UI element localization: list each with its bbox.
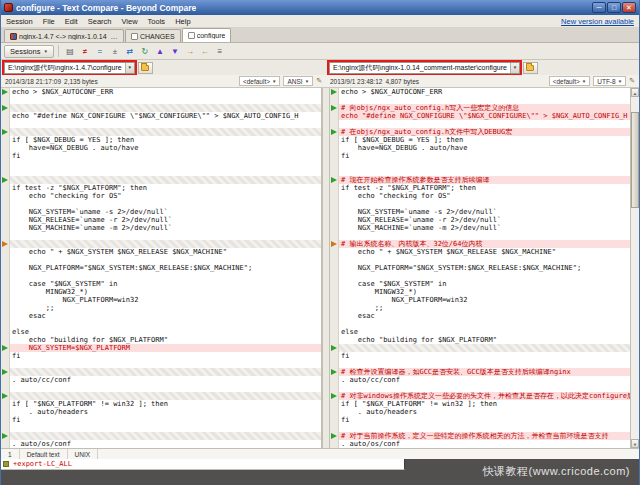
code-line[interactable]: else bbox=[339, 328, 630, 336]
next-difference-icon[interactable]: ▼ bbox=[168, 45, 182, 58]
code-line[interactable] bbox=[339, 256, 630, 264]
code-line[interactable]: NGX_MACHINE=`uname -m 2>/dev/null` bbox=[339, 224, 630, 232]
diff-section-marker[interactable] bbox=[2, 345, 8, 351]
code-line[interactable]: echo "building for $NGX_PLATFORM" bbox=[10, 336, 321, 344]
menu-file[interactable]: File bbox=[38, 17, 60, 26]
code-line[interactable]: have=NGX_DEBUG . auto/have bbox=[339, 144, 630, 152]
code-line[interactable] bbox=[10, 104, 321, 112]
right-format-dropdown[interactable]: <default> ▼ bbox=[549, 76, 591, 86]
code-line[interactable] bbox=[339, 344, 630, 352]
show-context-icon[interactable]: ± bbox=[108, 45, 122, 58]
left-code-editor[interactable]: echo > $NGX_AUTOCONF_ERRecho "#define NG… bbox=[10, 88, 321, 448]
code-line[interactable]: . auto/headers bbox=[10, 408, 321, 416]
code-line[interactable] bbox=[10, 320, 321, 328]
code-line[interactable]: esac bbox=[339, 312, 630, 320]
diff-section-marker[interactable] bbox=[2, 241, 8, 247]
diff-section-marker[interactable] bbox=[331, 89, 337, 95]
code-line[interactable] bbox=[10, 168, 321, 176]
menu-tools[interactable]: Tools bbox=[143, 17, 171, 26]
code-line[interactable] bbox=[339, 424, 630, 432]
code-line[interactable]: MINGW32_*) bbox=[339, 288, 630, 296]
code-line[interactable]: # 输出系统名称、内核版本、32位/64位内核 bbox=[339, 240, 630, 248]
code-line[interactable] bbox=[10, 240, 321, 248]
code-line[interactable]: if test -z "$NGX_PLATFORM"; then bbox=[339, 184, 630, 192]
scrollbar-thumb[interactable] bbox=[631, 112, 639, 208]
code-line[interactable] bbox=[339, 232, 630, 240]
code-line[interactable]: if [ "$NGX_PLATFORM" != win32 ]; then bbox=[10, 400, 321, 408]
code-line[interactable]: ;; bbox=[339, 304, 630, 312]
code-line[interactable] bbox=[339, 160, 630, 168]
tab-changes[interactable]: CHANGES bbox=[125, 29, 181, 42]
left-encoding-dropdown[interactable]: ANSI ▼ bbox=[283, 76, 313, 86]
code-line[interactable] bbox=[10, 120, 321, 128]
code-line[interactable] bbox=[339, 120, 630, 128]
code-line[interactable] bbox=[10, 424, 321, 432]
code-line[interactable]: # 检查并设置编译器，如GCC是否安装、GCC版本是否支持后续编译nginx bbox=[339, 368, 630, 376]
right-encoding-dropdown[interactable]: UTF-8 ▼ bbox=[593, 76, 626, 86]
code-line[interactable]: fi bbox=[10, 352, 321, 360]
view-all-icon[interactable]: ▤ bbox=[63, 45, 77, 58]
code-line[interactable]: . auto/headers bbox=[339, 408, 630, 416]
code-line[interactable]: . auto/os/conf bbox=[339, 440, 630, 448]
code-line[interactable]: ;; bbox=[10, 304, 321, 312]
diff-section-marker[interactable] bbox=[331, 105, 337, 111]
left-path-combobox[interactable]: E:\nginx源代码\nginx-1.4.7\configure ▼ bbox=[4, 62, 135, 74]
code-line[interactable]: # 在objs/ngx_auto_config.h文件中写入DEBUG宏 bbox=[339, 128, 630, 136]
code-line[interactable] bbox=[10, 432, 321, 440]
code-line[interactable] bbox=[10, 176, 321, 184]
refresh-icon[interactable]: ↻ bbox=[138, 45, 152, 58]
diff-section-marker[interactable] bbox=[331, 345, 337, 351]
line-details-pane[interactable]: +export-LC_ALL bbox=[1, 459, 405, 470]
code-line[interactable]: # 向objs/ngx_auto_config.h写入一些宏定义的信息 bbox=[339, 104, 630, 112]
diff-section-marker[interactable] bbox=[2, 393, 8, 399]
code-line[interactable]: NGX_PLATFORM=win32 bbox=[10, 296, 321, 304]
code-line[interactable]: echo "#define NGX_CONFIGURE \"$NGX_CONFI… bbox=[10, 112, 321, 120]
swap-sides-icon[interactable]: ⇄ bbox=[123, 45, 137, 58]
right-browse-button[interactable] bbox=[523, 62, 538, 74]
code-line[interactable]: echo > $NGX_AUTOCONF_ERR bbox=[10, 88, 321, 96]
code-line[interactable]: NGX_SYSTEM=`uname -s 2>/dev/null` bbox=[339, 208, 630, 216]
code-line[interactable]: NGX_SYSTEM=$NGX_PLATFORM bbox=[10, 344, 321, 352]
tab-nginx-1-4-7-nginx-1-0-14-com[interactable]: nginx-1.4.7 <-> nginx-1.0.14_comment-mas… bbox=[4, 29, 124, 42]
diff-section-marker[interactable] bbox=[331, 433, 337, 439]
tab-configure[interactable]: configure bbox=[182, 28, 232, 42]
code-line[interactable]: # 现在开始检查操作系统参数是否支持后续编译 bbox=[339, 176, 630, 184]
code-line[interactable]: if [ $NGX_DEBUG = YES ]; then bbox=[10, 136, 321, 144]
code-line[interactable] bbox=[10, 200, 321, 208]
code-line[interactable]: . auto/cc/conf bbox=[339, 376, 630, 384]
code-line[interactable] bbox=[10, 96, 321, 104]
code-line[interactable]: if [ $NGX_DEBUG = YES ]; then bbox=[339, 136, 630, 144]
text-format-indicator[interactable]: Default text bbox=[20, 449, 68, 459]
code-line[interactable] bbox=[339, 168, 630, 176]
code-line[interactable] bbox=[339, 200, 630, 208]
rules-icon[interactable]: ≡ bbox=[213, 45, 227, 58]
line-ending-indicator[interactable]: UNIX bbox=[68, 449, 99, 459]
code-line[interactable] bbox=[10, 256, 321, 264]
code-line[interactable] bbox=[10, 392, 321, 400]
code-line[interactable] bbox=[10, 232, 321, 240]
prev-difference-icon[interactable]: ▲ bbox=[153, 45, 167, 58]
code-line[interactable]: if [ "$NGX_PLATFORM" != win32 ]; then bbox=[339, 400, 630, 408]
left-browse-button[interactable] bbox=[138, 62, 153, 74]
edit-mode-icon[interactable]: ✎ bbox=[629, 77, 635, 85]
code-line[interactable]: fi bbox=[339, 352, 630, 360]
left-code-pane[interactable]: echo > $NGX_AUTOCONF_ERRecho "#define NG… bbox=[1, 88, 322, 448]
diff-section-marker[interactable] bbox=[2, 177, 8, 183]
sessions-menu-button[interactable]: Sessions ▼ bbox=[4, 45, 54, 58]
code-line[interactable]: esac bbox=[10, 312, 321, 320]
code-line[interactable]: # 对于当前操作系统，定义一些特定的操作系统相关的方法，并检查当前环境是否支持 bbox=[339, 432, 630, 440]
code-line[interactable]: NGX_RELEASE=`uname -r 2>/dev/null` bbox=[339, 216, 630, 224]
menu-search[interactable]: Search bbox=[83, 17, 117, 26]
code-line[interactable]: echo "checking for OS" bbox=[10, 192, 321, 200]
scroll-up-icon[interactable]: ▲ bbox=[631, 88, 639, 97]
new-version-link[interactable]: New version available bbox=[561, 17, 634, 26]
code-line[interactable]: NGX_PLATFORM=win32 bbox=[339, 296, 630, 304]
close-button[interactable]: ✕ bbox=[622, 2, 636, 13]
code-line[interactable] bbox=[10, 384, 321, 392]
right-path-combobox[interactable]: E:\nginx源代码\nginx-1.0.14_comment-master\… bbox=[329, 62, 520, 74]
code-line[interactable]: have=NGX_DEBUG . auto/have bbox=[10, 144, 321, 152]
code-line[interactable] bbox=[339, 384, 630, 392]
diff-section-marker[interactable] bbox=[2, 105, 8, 111]
edit-mode-icon[interactable]: ✎ bbox=[316, 77, 322, 85]
diff-section-marker[interactable] bbox=[331, 393, 337, 399]
